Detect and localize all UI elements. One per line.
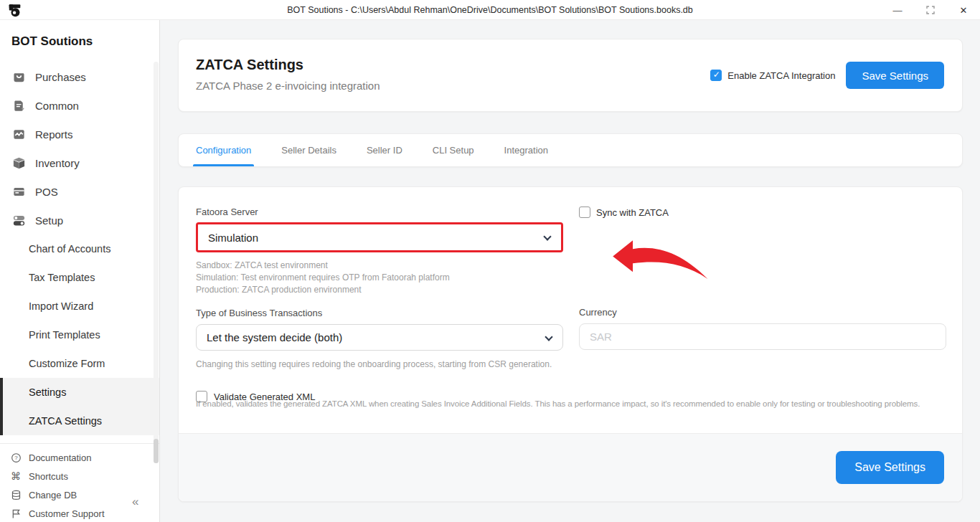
- sync-zatca-checkbox[interactable]: [579, 207, 590, 218]
- window-title: BOT Soutions - C:\Users\Abdul Rehman\One…: [0, 0, 980, 20]
- sidebar-footer: ? Documentation ⌘ Shortcuts Change DB Cu…: [0, 444, 159, 522]
- business-type-help: Changing this setting requires redoing t…: [196, 359, 563, 371]
- sidebar-item-label: Purchases: [35, 71, 86, 83]
- sidebar-footer-label: Shortcuts: [29, 471, 68, 482]
- chart-icon: [12, 128, 26, 141]
- annotation-highlight-box: Simulation: [196, 222, 563, 252]
- sidebar-item-common[interactable]: Common: [0, 91, 159, 120]
- sidebar-item-tax-templates[interactable]: Tax Templates: [0, 263, 159, 292]
- file-icon: [12, 99, 26, 113]
- brand-title: BOT Soutions: [0, 20, 159, 62]
- tab-seller-id[interactable]: Seller ID: [367, 134, 402, 166]
- configuration-form-card: Fatoora Server Simulation Sandbox: ZATCA…: [178, 186, 963, 502]
- red-arrow-annotation: [589, 234, 732, 280]
- tab-cli-setup[interactable]: CLI Setup: [433, 134, 474, 166]
- chevron-down-icon: [543, 232, 551, 240]
- header-actions: Enable ZATCA Integration Save Settings: [710, 39, 944, 111]
- sidebar: BOT Soutions Purchases Common Reports In…: [0, 20, 160, 522]
- sidebar-item-reports[interactable]: Reports: [0, 120, 159, 148]
- help-circle-icon: ?: [10, 452, 22, 463]
- close-button[interactable]: ✕: [947, 0, 980, 20]
- fatoora-server-value: Simulation: [208, 232, 258, 244]
- fatoora-server-label: Fatoora Server: [196, 207, 563, 217]
- currency-input[interactable]: [579, 323, 946, 350]
- sidebar-item-pos[interactable]: POS: [0, 177, 159, 206]
- page-subtitle: ZATCA Phase 2 e-invoicing integration: [196, 80, 380, 92]
- save-settings-button-top[interactable]: Save Settings: [846, 62, 944, 89]
- bag-icon: [12, 70, 26, 84]
- sidebar-item-purchases[interactable]: Purchases: [0, 62, 159, 91]
- sidebar-item-label: Common: [35, 100, 79, 112]
- tabs-bar: Configuration Seller Details Seller ID C…: [178, 133, 963, 167]
- enable-zatca-checkbox[interactable]: [710, 70, 722, 81]
- sidebar-item-label: Setup: [35, 214, 63, 227]
- enable-zatca-label: Enable ZATCA Integration: [727, 70, 835, 81]
- business-type-value: Let the system decide (both): [207, 331, 342, 343]
- sidebar-scrollbar[interactable]: [154, 62, 159, 463]
- save-settings-button-bottom[interactable]: Save Settings: [836, 451, 944, 484]
- enable-zatca-row: Enable ZATCA Integration: [710, 70, 835, 81]
- form-left-column: Fatoora Server Simulation Sandbox: ZATCA…: [196, 207, 563, 402]
- sidebar-subitem-label: Customize Form: [29, 358, 105, 369]
- sidebar-item-documentation[interactable]: ? Documentation: [0, 448, 159, 467]
- sidebar-footer-label: Documentation: [29, 452, 91, 463]
- sidebar-item-label: Reports: [35, 128, 73, 141]
- fatoora-help: Sandbox: ZATCA test environment Simulati…: [196, 260, 563, 296]
- chevron-down-icon: [545, 333, 552, 341]
- form-footer: Save Settings: [179, 433, 962, 501]
- sidebar-item-zatca-settings[interactable]: ZATCA Settings: [3, 407, 159, 435]
- sync-zatca-label: Sync with ZATCA: [596, 207, 669, 218]
- page-title: ZATCA Settings: [196, 57, 303, 73]
- maximize-button[interactable]: [914, 0, 947, 20]
- flag-icon: [10, 508, 22, 519]
- sidebar-subitem-label: Chart of Accounts: [29, 243, 110, 255]
- window-controls: — ✕: [881, 0, 980, 20]
- sidebar-subitem-label: Settings: [29, 386, 66, 398]
- sidebar-subitem-label: ZATCA Settings: [29, 415, 102, 427]
- sidebar-scrollbar-thumb[interactable]: [154, 439, 159, 463]
- app-window: BOT Soutions - C:\Users\Abdul Rehman\One…: [0, 0, 980, 522]
- maximize-icon: [926, 6, 935, 14]
- business-type-label: Type of Business Transactions: [196, 308, 563, 318]
- fatoora-help-line: Production: ZATCA production environment: [196, 284, 563, 296]
- sidebar-footer-label: Customer Support: [29, 508, 105, 519]
- sidebar-item-chart-of-accounts[interactable]: Chart of Accounts: [0, 234, 159, 263]
- command-icon: ⌘: [10, 470, 22, 482]
- sidebar-item-settings[interactable]: Settings: [3, 378, 159, 407]
- main-content: ZATCA Settings ZATCA Phase 2 e-invoicing…: [161, 20, 980, 522]
- fatoora-help-line: Sandbox: ZATCA test environment: [196, 260, 563, 272]
- fatoora-help-line: Simulation: Test environment requires OT…: [196, 272, 563, 284]
- toggle-icon: [12, 214, 26, 227]
- sidebar-item-shortcuts[interactable]: ⌘ Shortcuts: [0, 467, 159, 485]
- tab-configuration[interactable]: Configuration: [196, 134, 251, 166]
- database-icon: [10, 489, 22, 500]
- tabs: Configuration Seller Details Seller ID C…: [179, 134, 962, 166]
- sync-zatca-row: Sync with ZATCA: [579, 207, 946, 218]
- currency-label: Currency: [579, 307, 946, 318]
- tab-seller-details[interactable]: Seller Details: [281, 134, 336, 166]
- svg-text:?: ?: [14, 455, 18, 461]
- business-type-select[interactable]: Let the system decide (both): [196, 324, 563, 351]
- sidebar-item-label: POS: [35, 186, 58, 198]
- page-header-card: ZATCA Settings ZATCA Phase 2 e-invoicing…: [178, 39, 963, 112]
- pos-icon: [12, 185, 26, 199]
- validate-xml-help: If enabled, validates the generated ZATC…: [196, 399, 946, 408]
- sidebar-item-import-wizard[interactable]: Import Wizard: [0, 292, 159, 321]
- sidebar-subitem-label: Print Templates: [29, 329, 100, 341]
- sidebar-subitem-label: Import Wizard: [29, 300, 93, 312]
- box-icon: [12, 156, 26, 170]
- sidebar-item-inventory[interactable]: Inventory: [0, 148, 159, 177]
- titlebar: BOT Soutions - C:\Users\Abdul Rehman\One…: [0, 0, 980, 20]
- sidebar-footer-label: Change DB: [29, 490, 77, 500]
- fatoora-server-select[interactable]: Simulation: [198, 224, 561, 250]
- sidebar-collapse-button[interactable]: «: [132, 495, 138, 509]
- sidebar-active-group: Settings ZATCA Settings: [0, 378, 159, 435]
- sidebar-item-customize-form[interactable]: Customize Form: [0, 349, 159, 378]
- minimize-button[interactable]: —: [881, 0, 914, 20]
- sidebar-subitem-label: Tax Templates: [29, 272, 95, 283]
- sidebar-item-setup[interactable]: Setup: [0, 206, 159, 234]
- tab-integration[interactable]: Integration: [504, 134, 548, 166]
- sidebar-item-print-templates[interactable]: Print Templates: [0, 321, 159, 349]
- sidebar-item-label: Inventory: [35, 157, 80, 169]
